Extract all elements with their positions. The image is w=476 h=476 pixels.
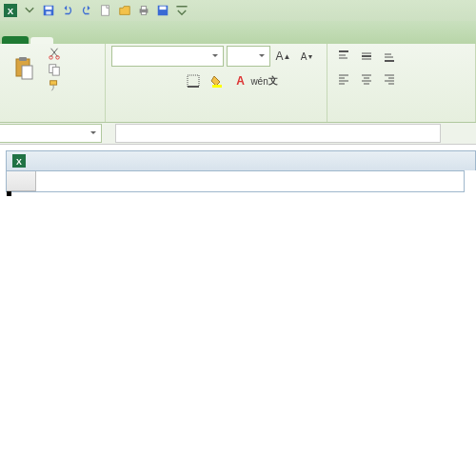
svg-rect-7 bbox=[141, 7, 146, 10]
tab-review[interactable] bbox=[154, 37, 177, 44]
spreadsheet-grid[interactable] bbox=[6, 170, 465, 192]
copy-button[interactable] bbox=[46, 62, 66, 77]
font-color-button[interactable]: A bbox=[230, 70, 251, 91]
qat-more-icon[interactable] bbox=[175, 4, 188, 17]
excel-icon: X bbox=[4, 4, 17, 17]
group-font: A▲ A▼ A wén文 bbox=[106, 44, 327, 122]
column-headers bbox=[7, 171, 464, 191]
name-box[interactable] bbox=[0, 124, 102, 143]
group-clipboard bbox=[0, 44, 106, 122]
shrink-font-button[interactable]: A▼ bbox=[297, 46, 318, 67]
save-icon[interactable] bbox=[42, 4, 55, 17]
svg-rect-10 bbox=[160, 7, 167, 10]
svg-rect-19 bbox=[188, 75, 199, 87]
select-all-button[interactable] bbox=[7, 171, 36, 191]
document-titlebar: X bbox=[6, 150, 476, 170]
svg-text:X: X bbox=[16, 157, 22, 167]
quick-access-toolbar: X bbox=[0, 0, 476, 21]
group-alignment bbox=[327, 44, 476, 122]
clipboard-group-label bbox=[6, 120, 99, 122]
svg-rect-12 bbox=[19, 57, 27, 61]
font-group-label bbox=[111, 120, 321, 122]
tab-home[interactable] bbox=[30, 37, 53, 44]
align-top-button[interactable] bbox=[333, 46, 354, 67]
svg-rect-21 bbox=[212, 85, 222, 88]
tab-file[interactable] bbox=[2, 36, 29, 44]
font-size-select[interactable] bbox=[227, 46, 270, 67]
formula-bar-row bbox=[0, 123, 476, 145]
new-icon[interactable] bbox=[99, 4, 112, 17]
align-middle-button[interactable] bbox=[356, 46, 377, 67]
svg-rect-17 bbox=[52, 67, 59, 75]
tab-insert[interactable] bbox=[55, 37, 78, 44]
tab-data[interactable] bbox=[129, 37, 152, 44]
font-name-select[interactable] bbox=[111, 46, 224, 67]
tab-layout[interactable] bbox=[80, 37, 103, 44]
redo-icon[interactable] bbox=[80, 4, 93, 17]
align-group-label bbox=[333, 120, 469, 122]
bold-button[interactable] bbox=[111, 70, 132, 91]
workbook-icon: X bbox=[12, 154, 26, 168]
open-icon[interactable] bbox=[118, 4, 131, 17]
tab-view[interactable] bbox=[179, 37, 202, 44]
svg-rect-8 bbox=[141, 12, 146, 15]
ribbon: A▲ A▼ A wén文 bbox=[0, 44, 476, 123]
italic-button[interactable] bbox=[135, 70, 156, 91]
cut-button[interactable] bbox=[46, 46, 66, 61]
fill-color-button[interactable] bbox=[207, 70, 228, 91]
underline-button[interactable] bbox=[159, 70, 180, 91]
print-icon[interactable] bbox=[137, 4, 150, 17]
grow-font-button[interactable]: A▲ bbox=[273, 46, 294, 67]
svg-rect-4 bbox=[46, 11, 50, 15]
svg-rect-18 bbox=[50, 81, 57, 85]
svg-rect-13 bbox=[22, 66, 32, 79]
svg-text:X: X bbox=[8, 6, 14, 16]
qat-dropdown-icon[interactable] bbox=[23, 4, 36, 17]
align-left-button[interactable] bbox=[333, 69, 354, 89]
paste-button[interactable] bbox=[6, 46, 42, 93]
format-painter-button[interactable] bbox=[46, 78, 66, 93]
svg-rect-3 bbox=[46, 7, 52, 10]
align-center-button[interactable] bbox=[356, 69, 377, 89]
phonetic-button[interactable]: wén文 bbox=[254, 70, 275, 91]
undo-icon[interactable] bbox=[61, 4, 74, 17]
formula-bar[interactable] bbox=[115, 124, 441, 143]
ribbon-tabs bbox=[0, 21, 476, 44]
tab-formulas[interactable] bbox=[105, 37, 128, 44]
border-button[interactable] bbox=[183, 70, 204, 91]
align-bottom-button[interactable] bbox=[379, 46, 400, 67]
save2-icon[interactable] bbox=[156, 4, 169, 17]
align-right-button[interactable] bbox=[379, 69, 400, 89]
